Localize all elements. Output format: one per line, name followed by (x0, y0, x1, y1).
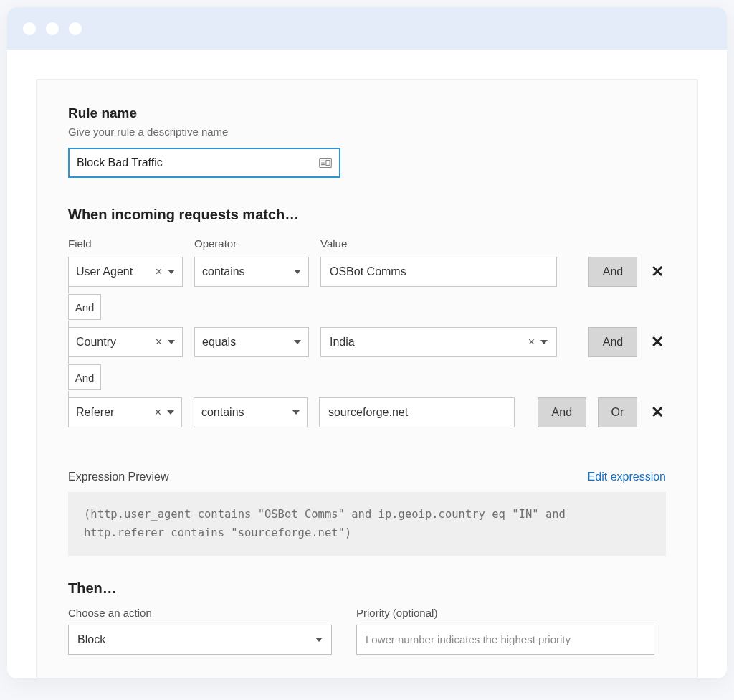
form-icon (319, 158, 332, 168)
expression-label: Expression Preview (68, 470, 169, 483)
action-value: Block (77, 633, 105, 646)
operator-select-value: contains (202, 265, 245, 278)
operator-select[interactable]: contains (194, 397, 308, 427)
or-button[interactable]: Or (598, 397, 638, 427)
clear-icon[interactable]: × (156, 336, 162, 349)
chevron-down-icon[interactable] (540, 340, 548, 344)
action-label: Choose an action (68, 607, 332, 619)
match-title: When incoming requests match… (68, 207, 666, 223)
then-title: Then… (68, 580, 666, 597)
condition-row: User Agent × contains OSBot Comms And ✕ (68, 257, 666, 287)
operator-select[interactable]: equals (194, 327, 309, 357)
value-select[interactable]: India × (320, 327, 557, 357)
expression-preview: (http.user_agent contains "OSBot Comms" … (68, 492, 666, 556)
delete-row-button[interactable]: ✕ (649, 333, 666, 351)
and-button[interactable]: And (588, 257, 637, 287)
window-dot (46, 22, 59, 35)
chevron-down-icon[interactable] (294, 270, 301, 274)
window-titlebar (7, 7, 727, 50)
value-input[interactable]: OSBot Comms (320, 257, 557, 287)
rule-name-value: Block Bad Traffic (77, 156, 163, 169)
content-area: Rule name Give your rule a descriptive n… (7, 50, 727, 678)
field-select-value: Country (76, 336, 116, 349)
chevron-down-icon[interactable] (292, 410, 300, 415)
condition-row: Country × equals India × (68, 327, 666, 357)
rule-name-input[interactable]: Block Bad Traffic (68, 148, 340, 178)
priority-label: Priority (optional) (356, 607, 654, 619)
delete-row-button[interactable]: ✕ (649, 403, 666, 422)
clear-icon[interactable]: × (156, 265, 162, 278)
rule-name-title: Rule name (68, 105, 666, 121)
priority-input[interactable]: Lower number indicates the highest prior… (356, 625, 654, 655)
chevron-down-icon[interactable] (167, 410, 174, 415)
window-dot (69, 22, 82, 35)
edit-expression-link[interactable]: Edit expression (588, 470, 666, 483)
rule-panel: Rule name Give your rule a descriptive n… (36, 79, 698, 678)
chevron-down-icon[interactable] (315, 638, 323, 642)
col-value: Value (320, 237, 666, 250)
priority-placeholder: Lower number indicates the highest prior… (366, 633, 571, 645)
condition-row: Referer × contains sourceforge.net And O… (68, 397, 666, 427)
expression-header: Expression Preview Edit expression (68, 470, 666, 483)
value-input[interactable]: sourceforge.net (319, 397, 515, 427)
chevron-down-icon[interactable] (168, 270, 175, 274)
column-headers: Field Operator Value (68, 237, 666, 250)
field-select[interactable]: User Agent × (68, 257, 183, 287)
app-window: Rule name Give your rule a descriptive n… (7, 7, 727, 678)
operator-select[interactable]: contains (194, 257, 309, 287)
action-select[interactable]: Block (68, 625, 332, 655)
svg-rect-4 (326, 161, 330, 166)
chevron-down-icon[interactable] (168, 340, 175, 344)
connector-and: And (68, 294, 101, 320)
field-select-value: Referer (76, 406, 114, 419)
operator-select-value: equals (202, 336, 236, 349)
field-select[interactable]: Referer × (68, 397, 182, 427)
col-operator: Operator (194, 237, 309, 250)
delete-row-button[interactable]: ✕ (649, 262, 666, 281)
clear-icon[interactable]: × (528, 336, 535, 349)
col-field: Field (68, 237, 183, 250)
clear-icon[interactable]: × (155, 406, 161, 419)
chevron-down-icon[interactable] (294, 340, 301, 344)
field-select-value: User Agent (76, 265, 133, 278)
operator-select-value: contains (201, 406, 244, 419)
and-button[interactable]: And (538, 397, 586, 427)
rule-name-sub: Give your rule a descriptive name (68, 126, 666, 138)
value-text: sourceforge.net (328, 406, 408, 419)
connector-and: And (68, 364, 101, 390)
field-select[interactable]: Country × (68, 327, 183, 357)
window-dot (23, 22, 36, 35)
value-text: India (330, 336, 355, 349)
and-button[interactable]: And (588, 327, 637, 357)
value-text: OSBot Comms (330, 265, 406, 278)
